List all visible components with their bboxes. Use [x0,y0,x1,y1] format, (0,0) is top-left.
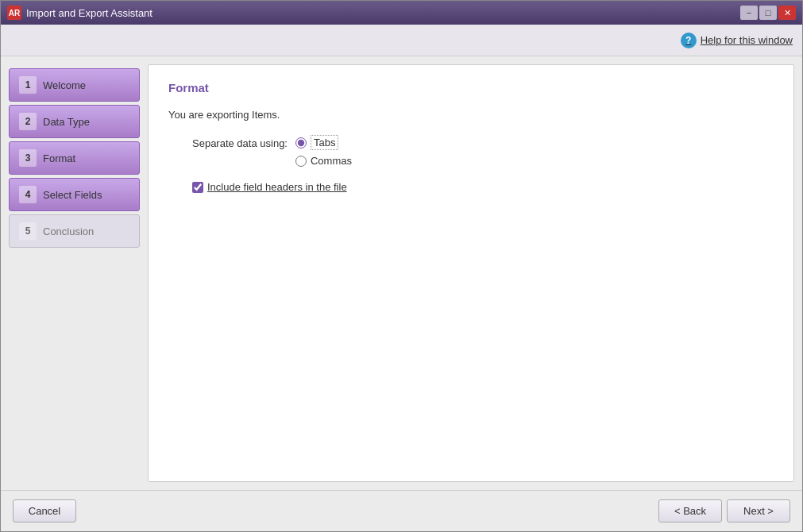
step-number-1: 1 [19,76,37,94]
content-panel: Format You are exporting Items. Separate… [148,64,794,482]
step-number-5: 5 [19,222,37,240]
sidebar-item-welcome[interactable]: 1 Welcome [9,68,140,102]
sidebar-item-format[interactable]: 3 Format [9,141,140,175]
radio-options: Tabs Commas [295,137,352,167]
separator-data-row: Separate data using: Tabs Commas [168,137,774,167]
panel-title: Format [168,81,774,94]
include-headers-checkbox[interactable] [192,182,203,193]
maximize-button[interactable]: □ [759,6,777,20]
description-text: You are exporting Items. [168,109,774,121]
commas-label[interactable]: Commas [311,155,352,167]
title-bar: AR Import and Export Assistant − □ ✕ [1,1,802,25]
sidebar: 1 Welcome 2 Data Type 3 Format 4 Select … [9,64,140,482]
step-label-format: Format [43,152,75,164]
main-window: AR Import and Export Assistant − □ ✕ ? H… [0,0,803,532]
step-number-2: 2 [19,113,37,130]
footer-right: < Back Next > [658,499,790,522]
sidebar-item-selectfields[interactable]: 4 Select Fields [9,178,140,211]
tabs-radio[interactable] [295,137,307,148]
toolbar: ? Help for this window [1,25,802,56]
separator-label: Separate data using: [192,137,288,149]
cancel-button[interactable]: Cancel [13,499,76,522]
step-label-datatype: Data Type [43,116,90,128]
app-icon: AR [7,6,21,20]
window-controls: − □ ✕ [740,6,796,20]
commas-radio[interactable] [295,156,307,167]
next-button[interactable]: Next > [727,499,790,522]
sidebar-item-datatype[interactable]: 2 Data Type [9,105,140,138]
close-button[interactable]: ✕ [778,6,796,20]
include-headers-option[interactable]: Include field headers in the file [168,181,774,193]
sidebar-item-conclusion: 5 Conclusion [9,214,140,248]
include-headers-label[interactable]: Include field headers in the file [207,181,347,193]
footer: Cancel < Back Next > [1,490,802,531]
window-title: Import and Export Assistant [26,7,152,19]
step-number-3: 3 [19,149,37,167]
help-button[interactable]: ? Help for this window [681,33,793,48]
step-label-welcome: Welcome [43,79,86,91]
back-button[interactable]: < Back [658,499,722,522]
commas-option[interactable]: Commas [295,155,352,167]
help-icon: ? [681,33,697,48]
title-bar-left: AR Import and Export Assistant [7,6,152,20]
tabs-label[interactable]: Tabs [311,137,338,148]
step-number-4: 4 [19,186,37,203]
minimize-button[interactable]: − [740,6,758,20]
tabs-option[interactable]: Tabs [295,137,352,148]
main-content: 1 Welcome 2 Data Type 3 Format 4 Select … [1,56,802,490]
step-label-conclusion: Conclusion [43,226,94,237]
step-label-selectfields: Select Fields [43,189,102,201]
